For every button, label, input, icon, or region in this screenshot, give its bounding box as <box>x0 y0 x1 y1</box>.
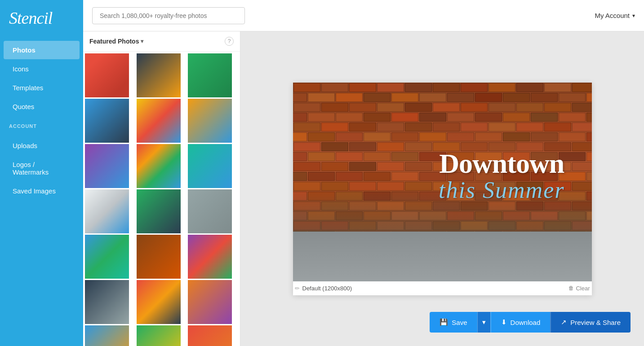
download-button[interactable]: ⬇ Download <box>490 312 551 333</box>
photo-panel: Featured Photos ▾ ? <box>83 31 240 346</box>
canvas-size-label[interactable]: Default (1200x800) <box>302 285 352 292</box>
photo-thumbnail[interactable] <box>137 53 181 97</box>
save-icon: 💾 <box>440 318 448 326</box>
my-account-button[interactable]: My Account ▾ <box>595 12 635 19</box>
sidebar-item-logos[interactable]: Logos / Watermarks <box>4 155 80 181</box>
account-section-label: ACCOUNT <box>0 116 83 131</box>
header: My Account ▾ <box>83 0 644 31</box>
trash-icon: 🗑 <box>568 285 574 291</box>
canvas-meta-left: ✏ Default (1200x800) <box>295 285 352 292</box>
photo-thumbnail[interactable] <box>85 235 129 279</box>
photo-grid-container[interactable] <box>83 52 240 346</box>
photo-thumbnail[interactable] <box>85 99 129 143</box>
photo-thumbnail[interactable] <box>188 99 232 143</box>
sidebar-item-templates[interactable]: Templates <box>4 79 80 97</box>
photo-thumbnail[interactable] <box>188 235 232 279</box>
main-nav: Photos Icons Templates Quotes <box>0 40 83 116</box>
photo-grid <box>85 53 238 346</box>
sidebar-item-photos[interactable]: Photos <box>4 41 80 59</box>
download-label: Download <box>511 319 541 326</box>
search-input[interactable] <box>92 7 245 24</box>
panel-header: Featured Photos ▾ ? <box>83 31 240 52</box>
photo-thumbnail[interactable] <box>85 325 129 346</box>
chevron-down-icon: ▾ <box>632 13 635 19</box>
save-dropdown-button[interactable]: ▾ <box>477 312 490 333</box>
photo-thumbnail[interactable] <box>137 144 181 188</box>
share-icon: ↗ <box>561 318 567 326</box>
canvas-clear-button[interactable]: 🗑 Clear <box>568 285 590 292</box>
canvas-text-downtown: Downtown <box>439 149 565 177</box>
download-icon: ⬇ <box>501 318 507 326</box>
account-nav: Uploads Logos / Watermarks Saved Images <box>0 136 83 201</box>
photo-thumbnail[interactable] <box>188 144 232 188</box>
sidebar-item-saved[interactable]: Saved Images <box>4 182 80 200</box>
main-content: My Account ▾ Featured Photos ▾ ? <box>83 0 644 346</box>
sidebar-item-quotes[interactable]: Quotes <box>4 97 80 116</box>
photo-thumbnail[interactable] <box>137 280 181 324</box>
photo-thumbnail[interactable] <box>188 189 232 233</box>
photo-thumbnail[interactable] <box>137 325 181 346</box>
canvas-area: Downtown this Summer ✏ Default (1200x800… <box>240 31 644 346</box>
panel-title: Featured Photos ▾ <box>89 38 143 45</box>
pencil-icon: ✏ <box>295 285 300 292</box>
content-area: Featured Photos ▾ ? <box>83 31 644 346</box>
panel-title-text: Featured Photos <box>89 38 139 45</box>
photo-thumbnail[interactable] <box>85 280 129 324</box>
sidebar-item-icons[interactable]: Icons <box>4 60 80 78</box>
logo-area: Stencil <box>0 0 83 36</box>
photo-thumbnail[interactable] <box>137 99 181 143</box>
panel-help-icon[interactable]: ? <box>225 37 234 46</box>
photo-thumbnail[interactable] <box>188 325 232 346</box>
photo-thumbnail[interactable] <box>137 189 181 233</box>
photo-thumbnail[interactable] <box>188 280 232 324</box>
save-label: Save <box>452 319 467 326</box>
canvas-meta: ✏ Default (1200x800) 🗑 Clear <box>293 281 592 295</box>
save-button[interactable]: 💾 Save <box>430 312 477 333</box>
preview-share-button[interactable]: ↗ Preview & Share <box>550 312 631 333</box>
my-account-label: My Account <box>595 12 630 19</box>
canvas-image[interactable]: Downtown this Summer <box>293 83 592 281</box>
app-logo: Stencil <box>9 9 52 27</box>
sidebar: Stencil Photos Icons Templates Quotes AC… <box>0 0 83 346</box>
photo-thumbnail[interactable] <box>137 235 181 279</box>
bottom-toolbar: 💾 Save ▾ ⬇ Download ↗ Preview & Share <box>430 312 631 333</box>
chevron-down-icon[interactable]: ▾ <box>141 38 143 44</box>
sidebar-item-uploads[interactable]: Uploads <box>4 136 80 155</box>
clear-label: Clear <box>576 285 590 292</box>
preview-label: Preview & Share <box>570 319 621 326</box>
photo-thumbnail[interactable] <box>85 144 129 188</box>
photo-thumbnail[interactable] <box>85 53 129 97</box>
photo-thumbnail[interactable] <box>188 53 232 97</box>
photo-thumbnail[interactable] <box>85 189 129 233</box>
canvas-wrapper: Downtown this Summer ✏ Default (1200x800… <box>293 83 592 295</box>
